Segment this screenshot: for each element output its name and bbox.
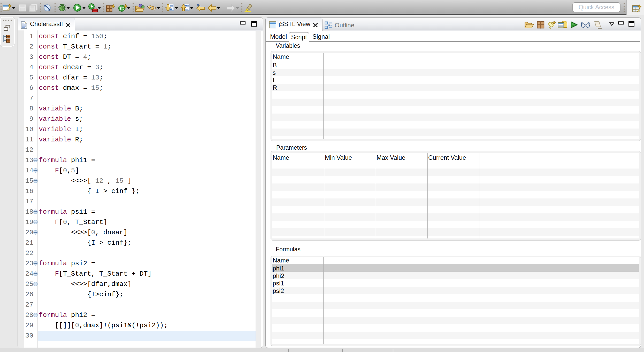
svg-text:C: C <box>120 5 124 11</box>
